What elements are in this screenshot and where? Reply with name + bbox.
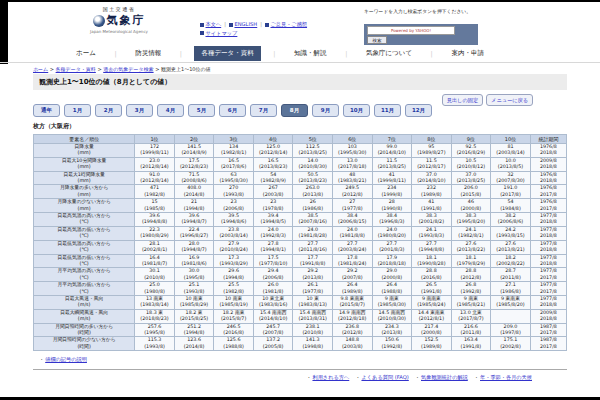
utility-link[interactable]: 本文へ bbox=[200, 21, 221, 27]
value-cell: 54(1984/8) bbox=[491, 199, 531, 213]
cell-date: (1999/8/11) bbox=[135, 150, 174, 156]
month-tab-8月[interactable]: 8月 bbox=[281, 104, 308, 117]
footer-link[interactable]: 年・季節・各月の天候 bbox=[480, 374, 532, 380]
cell-date: (2010/8/30) bbox=[293, 164, 332, 170]
row-label: 日最大1時間降水量(mm) bbox=[34, 171, 135, 185]
records-table: 要素名／順位1位2位3位4位5位6位7位8位9位10位統計期間 日降水量(mm)… bbox=[33, 134, 567, 351]
cell-date: (1981/8/6) bbox=[175, 261, 214, 267]
table-row: 月平均気温の高い方から(℃)30.1(2010/8)30.0(1995/8)29… bbox=[34, 268, 567, 282]
nav-item-4[interactable]: 知識・解説 bbox=[288, 47, 333, 60]
cell-date: (1995/8/20) bbox=[452, 219, 491, 225]
cell-date: (2013/8/5) bbox=[491, 164, 530, 170]
search-input[interactable] bbox=[367, 26, 455, 35]
row-label: 日降水量(mm) bbox=[34, 144, 135, 158]
search-button[interactable]: 検索 bbox=[367, 36, 387, 44]
month-tab-12月[interactable]: 12月 bbox=[405, 104, 432, 117]
utility-link[interactable]: ENGLISH bbox=[229, 21, 257, 27]
value-cell: 27.9(2010/8/24) bbox=[214, 240, 254, 254]
value-cell: 9 南東(1985/8/30) bbox=[372, 295, 412, 309]
nav-separator: | bbox=[431, 50, 433, 58]
cell-date: (1990/8) bbox=[373, 206, 412, 212]
month-tab-11月[interactable]: 11月 bbox=[374, 104, 401, 117]
footer-link[interactable]: 気象観測統計の解説 bbox=[421, 374, 468, 380]
month-tab-9月[interactable]: 9月 bbox=[312, 104, 339, 117]
value-cell: 9 東南東(1985/8/20) bbox=[491, 295, 531, 309]
action-button-2[interactable]: メニューに戻る bbox=[486, 94, 533, 106]
month-tab-6月[interactable]: 6月 bbox=[219, 104, 246, 117]
nav-item-1[interactable]: ホーム bbox=[70, 47, 102, 60]
table-header-row: 要素名／順位1位2位3位4位5位6位7位8位9位10位統計期間 bbox=[34, 135, 567, 144]
station-name: 枚方（大阪府） bbox=[33, 122, 567, 131]
cell-date: (2012/8/23) bbox=[175, 164, 214, 170]
nav-item-5[interactable]: 気象庁について bbox=[360, 47, 418, 60]
month-tab-10月[interactable]: 10月 bbox=[343, 104, 370, 117]
bullet: ・ bbox=[474, 374, 479, 380]
value-cell: 217.4(2000/8) bbox=[412, 323, 452, 337]
cell-date: (1993/8) bbox=[175, 289, 214, 295]
breadcrumb-separator: > bbox=[48, 66, 55, 72]
nav-item-2[interactable]: 防災情報 bbox=[129, 47, 167, 60]
cell-date: (2003/8/24) bbox=[333, 247, 372, 253]
row-unit: (m/s) bbox=[34, 316, 134, 322]
value-cell: 14.4 東南東(2012/8/1) bbox=[412, 309, 452, 323]
cell-date: (1994/8/7) bbox=[175, 219, 214, 225]
breadcrumb-link[interactable]: ホーム bbox=[33, 66, 48, 72]
period-end: 2018/8 bbox=[531, 302, 566, 308]
cell-date: (2014/8) bbox=[175, 192, 214, 198]
footer-link[interactable]: 利用される方へ bbox=[312, 374, 349, 380]
cell-date: (2010/8/24) bbox=[214, 247, 253, 253]
period-cell: 1977/82018/8 bbox=[530, 254, 566, 268]
cell-date: (1995/8/30) bbox=[333, 150, 372, 156]
value-cell: 112.5(2013/8/25) bbox=[293, 144, 333, 158]
legend-link[interactable]: 値欄の記号の説明 bbox=[45, 356, 87, 362]
row-unit: (℃) bbox=[34, 289, 134, 295]
value-cell: 10 東北東(1983/8/16) bbox=[253, 295, 293, 309]
link-box-icon bbox=[200, 23, 204, 27]
value-cell: 22.3(1980/8/29) bbox=[135, 226, 175, 240]
nav-item-3[interactable]: 各種データ・資料 bbox=[194, 46, 260, 61]
month-tab-通年[interactable]: 通年 bbox=[33, 104, 60, 117]
rank-header: 4位 bbox=[253, 135, 293, 144]
cell-date: (2013/8/25) bbox=[293, 150, 332, 156]
value-cell: 39.4(1994/8/5) bbox=[253, 213, 293, 227]
jma-logo[interactable]: 国土交通省 気象庁 Japan Meteorological Agency bbox=[82, 6, 156, 34]
value-cell: 63(1995/8/30) bbox=[214, 171, 254, 185]
cell-date: (2014/8/10) bbox=[254, 316, 293, 322]
row-unit: (mm) bbox=[34, 192, 134, 198]
value-cell: 175.1(2002/8) bbox=[491, 337, 531, 351]
value-cell: 27.7(2011/8/16) bbox=[293, 240, 333, 254]
month-tab-1月[interactable]: 1月 bbox=[64, 104, 91, 117]
value-cell: 24.1(1982/8/1) bbox=[451, 226, 491, 240]
breadcrumb-link[interactable]: 過去の気象データ検索 bbox=[103, 66, 153, 72]
month-tab-2月[interactable]: 2月 bbox=[95, 104, 122, 117]
cell-date: (1997/8) bbox=[491, 330, 530, 336]
action-button-1[interactable]: 見出しの固定 bbox=[442, 94, 483, 106]
value-cell: 152.5(1989/8) bbox=[412, 337, 452, 351]
breadcrumb-link[interactable]: 各種データ・資料 bbox=[56, 66, 96, 72]
footer-link[interactable]: よくある質問 (FAQ) bbox=[361, 374, 408, 380]
period-header: 統計期間 bbox=[530, 135, 566, 144]
period-end: 2017/8 bbox=[531, 289, 566, 295]
month-tab-3月[interactable]: 3月 bbox=[126, 104, 153, 117]
value-cell: 23(1978/8) bbox=[253, 199, 293, 213]
month-tab-5月[interactable]: 5月 bbox=[188, 104, 215, 117]
month-tab-4月[interactable]: 4月 bbox=[157, 104, 184, 117]
value-cell: 16.5(2017/8/6) bbox=[214, 157, 254, 171]
nav-item-6[interactable]: 案内・申請 bbox=[445, 47, 490, 60]
cell-date: (1985/8/21) bbox=[452, 302, 491, 308]
row-unit: (mm) bbox=[34, 150, 134, 156]
table-row: 日最低気温の高い方から(℃)28.1(2002/8/1)28.0(1994/8/… bbox=[34, 240, 567, 254]
row-unit: (℃) bbox=[34, 247, 134, 253]
value-cell: 103(1995/8/30) bbox=[333, 144, 373, 158]
month-tab-7月[interactable]: 7月 bbox=[250, 104, 277, 117]
utility-link[interactable]: サイトマップ bbox=[200, 30, 237, 36]
period-end: 2018/8 bbox=[531, 150, 566, 156]
value-cell: 125.6(1988/8) bbox=[214, 337, 254, 351]
utility-link[interactable]: ご意見・ご感想 bbox=[265, 21, 307, 27]
cell-date: (1988/8) bbox=[214, 344, 253, 350]
table-corner-header: 要素名／順位 bbox=[34, 135, 135, 144]
value-cell: 21(1994/8) bbox=[174, 199, 214, 213]
agency-row: 気象庁 bbox=[82, 13, 156, 28]
value-cell: 115.3(1993/8) bbox=[135, 337, 175, 351]
cell-date: (1978/8) bbox=[254, 206, 293, 212]
